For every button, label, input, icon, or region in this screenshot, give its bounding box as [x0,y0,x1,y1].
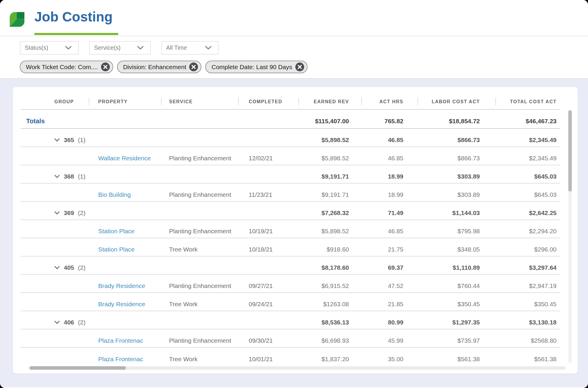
property-cell: Station Place [89,220,161,238]
work-ticket-row: Plaza Frontenac Tree Work 10/01/21 $1,83… [21,348,560,366]
group-earned-rev: $7,268.32 [299,202,362,219]
empty-cell [89,257,161,274]
chevron-down-icon [137,46,144,50]
group-number: 368 [64,173,74,180]
property-link[interactable]: Plaza Frontenac [98,337,143,344]
group-number: 405 [64,264,74,271]
group-count: (2) [78,209,86,217]
group-earned-rev: $5,898.52 [299,129,362,146]
empty-cell [238,311,299,329]
labor-cost-act-cell: $561.38 [418,348,496,366]
column-header-labor-cost-act[interactable]: LABOR COST ACT [418,87,496,109]
column-separator [89,98,89,105]
total-cost-act-cell: $561.38 [496,348,560,366]
chevron-down-icon [65,46,72,50]
property-link[interactable]: Plaza Frontenac [98,356,143,363]
total-cost-act-cell: $2,345.49 [496,147,560,165]
empty-cell [89,129,161,146]
group-count: (2) [78,319,86,326]
column-header-service[interactable]: SERVICE [161,87,238,109]
group-number: 369 [64,209,74,217]
act-hrs-cell: 47.52 [362,275,418,292]
empty-cell [89,202,161,219]
empty-cell [161,110,238,128]
empty-cell [21,238,89,256]
column-header-completed[interactable]: COMPLETED [238,87,299,109]
empty-cell [238,110,299,128]
service-cell: Planting Enhancement [161,275,238,292]
property-link[interactable]: Brady Residence [98,301,145,308]
table-body: 365 (1) $5,898.52 46.85 $866.73 $2,345.4… [21,129,560,366]
chevron-down-icon [205,46,212,50]
work-ticket-row: Brady Residence Planting Enhancement 09/… [21,275,560,293]
filter-dropdown-2[interactable]: Service(s) [89,41,151,54]
totals-row: Totals $115,407.00 765.82 $18,854.72 $46… [21,110,560,129]
property-link[interactable]: Wallace Residence [98,155,151,162]
collapse-group-icon[interactable] [54,211,60,215]
labor-cost-act-cell: $760.44 [418,275,496,292]
filter-dropdown-1[interactable]: Status(s) [20,41,78,54]
column-separator [495,98,496,105]
service-cell: Planting Enhancement [161,220,238,238]
service-cell: Planting Enhancement [161,184,238,201]
page-title: Job Costing [34,9,113,24]
property-cell: Station Place [89,238,161,256]
filter-chip-1[interactable]: Work Ticket Code: Com.... [20,61,113,73]
column-header-act-hrs[interactable]: ACT HRS [362,87,418,109]
work-ticket-row: Station Place Tree Work 10/18/21 $918.60… [21,238,560,257]
completed-cell: 12/02/21 [238,147,299,165]
collapse-group-icon[interactable] [54,266,60,269]
work-ticket-row: Wallace Residence Planting Enhancement 1… [21,147,560,165]
empty-cell [238,165,299,183]
group-earned-rev: $8,178.60 [299,257,362,274]
column-separator [361,98,362,105]
property-link[interactable]: Station Place [98,246,135,253]
labor-cost-act-cell: $735.97 [418,329,496,347]
group-total-cost-act: $2,642.25 [496,202,560,219]
column-separator [238,98,239,105]
property-link[interactable]: Station Place [98,228,135,235]
column-header-group[interactable]: GROUP [21,87,89,109]
service-cell: Tree Work [161,348,238,366]
earned-rev-cell: $6,915.52 [299,275,362,292]
job-costing-table-card: GROUPPROPERTYSERVICECOMPLETEDEARNED REVA… [13,87,578,374]
group-count: (1) [78,136,86,144]
filter-chip-2[interactable]: Division: Enhancement [117,61,202,73]
work-ticket-row: Station Place Planting Enhancement 10/19… [21,220,560,238]
filter-chip-3[interactable]: Complete Date: Last 90 Days [205,61,307,73]
property-link[interactable]: Bio Building [98,191,131,198]
vertical-scrollbar-thumb[interactable] [568,110,572,191]
group-row: 406 (2) $8,536.13 80.99 $1,297.35 $3,130… [21,311,560,329]
act-hrs-cell: 35.00 [362,348,418,366]
empty-cell [161,129,238,146]
group-labor-cost-act: $1,144.03 [418,202,496,219]
completed-cell: 11/23/21 [238,184,299,201]
collapse-group-icon[interactable] [54,175,60,178]
remove-chip-icon[interactable] [101,62,110,71]
total-cost-act-cell: $2568.80 [496,329,560,347]
act-hrs-cell: 21.85 [362,293,418,311]
filter-dropdown-3[interactable]: All Time [161,41,218,54]
group-labor-cost-act: $303.89 [418,165,496,183]
group-count: (2) [78,264,86,271]
column-header-earned-rev[interactable]: EARNED REV [299,87,362,109]
column-header-total-cost-act[interactable]: TOTAL COST ACT [496,87,560,109]
property-cell: Wallace Residence [89,147,161,165]
labor-cost-act-cell: $350.45 [418,293,496,311]
empty-cell [238,129,299,146]
remove-chip-icon[interactable] [189,62,198,71]
column-header-property[interactable]: PROPERTY [89,87,161,109]
collapse-group-icon[interactable] [54,138,60,142]
empty-cell [21,348,89,366]
property-cell: Bio Building [89,184,161,201]
group-total-cost-act: $3,130.18 [496,311,560,329]
service-cell: Tree Work [161,238,238,256]
filter-bar: Status(s) Service(s) All Time Work Ticke… [0,36,588,79]
empty-cell [21,275,89,292]
collapse-group-icon[interactable] [54,321,60,324]
completed-cell: 09/24/21 [238,293,299,311]
horizontal-scrollbar-thumb[interactable] [29,366,126,370]
remove-chip-icon[interactable] [295,62,304,71]
empty-cell [21,147,89,165]
property-link[interactable]: Brady Residence [98,282,145,289]
